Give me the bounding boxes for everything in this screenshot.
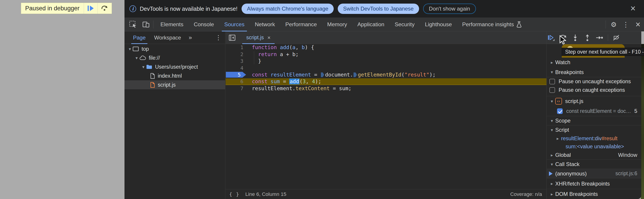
tab-security[interactable]: Security: [390, 17, 420, 31]
scope-var-sum[interactable]: sum: <value unavailable>: [547, 143, 641, 151]
code-token: getElementById: [358, 72, 401, 78]
line-number[interactable]: 6: [240, 78, 243, 84]
tree-expand-arrow[interactable]: ▾: [134, 55, 139, 61]
code-token: 3: [303, 78, 306, 84]
step-over-banner-button[interactable]: [97, 3, 112, 14]
toolbar-kebab-menu-button[interactable]: ⋮: [620, 21, 632, 28]
chevron-down-icon: ▾: [548, 162, 555, 167]
pause-uncaught-row[interactable]: Pause on uncaught exceptions: [547, 77, 641, 86]
tree-expand-arrow[interactable]: ▾: [141, 64, 146, 70]
file-navigator: Page Workspace » ⋮ ▾top▾file://▾Users/us…: [124, 31, 226, 199]
pretty-print-button[interactable]: { }: [229, 191, 240, 197]
mouse-cursor: [560, 35, 567, 45]
inline-position-marker[interactable]: [321, 72, 324, 77]
line-number[interactable]: 3: [240, 58, 243, 64]
step-button[interactable]: [596, 34, 603, 41]
tree-item-script-js[interactable]: script.js: [124, 80, 225, 89]
line-number[interactable]: 4: [240, 65, 243, 71]
line-gutter[interactable]: 2: [226, 51, 247, 58]
watch-section-header[interactable]: ▸ Watch: [547, 57, 641, 67]
hide-navigator-button[interactable]: [228, 34, 236, 41]
code-line-4[interactable]: 4: [226, 65, 546, 72]
tab-console[interactable]: Console: [188, 17, 219, 31]
navigator-more-tabs-button[interactable]: »: [189, 34, 192, 41]
current-frame-arrow-icon: [549, 171, 552, 176]
pause-uncaught-checkbox[interactable]: [550, 79, 555, 84]
dom-breakpoints-header[interactable]: ▸ DOM Breakpoints: [547, 189, 641, 199]
resume-button[interactable]: [547, 34, 555, 41]
tree-item-file-[interactable]: ▾file://: [124, 53, 225, 62]
xhr-breakpoints-header[interactable]: ▸ XHR/fetch Breakpoints: [547, 178, 641, 189]
code-line-2[interactable]: 2 return a + b;: [226, 51, 546, 58]
tree-expand-arrow[interactable]: ▾: [127, 46, 132, 52]
tab-network[interactable]: Network: [250, 17, 280, 31]
line-number[interactable]: 1: [240, 45, 243, 50]
chevron-right-icon: ▸: [554, 136, 561, 141]
callstack-section-header[interactable]: ▾ Call Stack: [547, 160, 641, 169]
breakpoints-label: Breakpoints: [555, 69, 584, 75]
scope-script-row[interactable]: ▾ Script: [547, 125, 641, 134]
step-into-button[interactable]: [572, 34, 579, 41]
breakpoint-checkbox[interactable]: [557, 108, 563, 114]
tab-performance-insights[interactable]: Performance insights: [457, 17, 527, 31]
breakpoint-snippet: const resultElement = doc…: [566, 108, 631, 114]
inline-position-marker[interactable]: [354, 72, 357, 77]
editor-statusbar: { } Line 6, Column 15 Coverage: n/a: [226, 189, 546, 199]
editor-tab-scriptjs[interactable]: script.js ×: [242, 31, 274, 44]
settings-gear-button[interactable]: ⚙: [608, 21, 620, 28]
navigator-tab-page[interactable]: Page: [133, 31, 146, 44]
dont-show-again-button[interactable]: Don't show again: [423, 3, 476, 14]
step-out-button[interactable]: [584, 34, 591, 41]
always-match-language-button[interactable]: Always match Chrome's language: [242, 3, 334, 14]
var-name: resultElement: [561, 136, 594, 142]
pause-caught-row[interactable]: Pause on caught exceptions: [547, 86, 641, 94]
navigator-kebab-menu-button[interactable]: ⋮: [215, 34, 222, 41]
inspect-element-button[interactable]: [128, 19, 138, 30]
line-gutter[interactable]: 4: [226, 65, 247, 72]
code-line-7[interactable]: 7resultElement.textContent = sum;: [226, 85, 546, 92]
line-gutter[interactable]: 5: [226, 71, 247, 78]
code-line-6[interactable]: 6const sum = add(3, 4);: [226, 78, 546, 85]
scope-section-header[interactable]: ▾ Scope: [547, 116, 641, 125]
code-token: =: [311, 72, 320, 78]
code-token: [268, 78, 270, 84]
tree-item-index-html[interactable]: index.html: [124, 71, 225, 80]
line-gutter[interactable]: 6: [226, 78, 247, 85]
code-area[interactable]: 1function add(a, b) {2 return a + b;3 }4…: [226, 44, 546, 189]
tree-item-top[interactable]: ▾top: [124, 44, 225, 53]
breakpoint-badge[interactable]: 5: [226, 72, 246, 78]
breakpoint-file-row[interactable]: ▾ ‹› script.js: [547, 96, 641, 106]
code-token: [252, 51, 258, 57]
device-toolbar-icon: [142, 20, 150, 28]
deactivate-breakpoints-button[interactable]: [612, 34, 620, 41]
notification-close-button[interactable]: ×: [628, 3, 638, 13]
tab-lighthouse[interactable]: Lighthouse: [420, 17, 457, 31]
switch-to-japanese-button[interactable]: Switch DevTools to Japanese: [338, 3, 419, 14]
callstack-frame-row[interactable]: (anonymous) script.js:6: [547, 169, 641, 178]
tree-item-users-user-project[interactable]: ▾Users/user/project: [124, 62, 225, 71]
navigator-tab-workspace[interactable]: Workspace: [154, 31, 181, 44]
device-toolbar-button[interactable]: [142, 19, 150, 30]
resume-script-button[interactable]: [84, 3, 97, 14]
line-gutter[interactable]: 7: [226, 85, 247, 92]
code-line-5[interactable]: 5const resultElement = document.getEleme…: [226, 71, 546, 78]
code-line-3[interactable]: 3 }: [226, 58, 546, 65]
editor-tab-close-icon[interactable]: ×: [268, 34, 270, 41]
pause-caught-checkbox[interactable]: [550, 87, 555, 93]
tab-sources[interactable]: Sources: [219, 17, 250, 31]
line-gutter[interactable]: 3: [226, 58, 247, 65]
line-gutter[interactable]: 1: [226, 44, 247, 51]
scope-global-row[interactable]: ▸ Global Window: [547, 151, 641, 160]
scope-var-resultelement[interactable]: ▸ resultElement: div#result: [547, 134, 641, 143]
breakpoint-entry-row[interactable]: const resultElement = doc… 5: [547, 106, 641, 116]
tab-application[interactable]: Application: [352, 17, 390, 31]
line-number[interactable]: 7: [240, 86, 243, 91]
line-number[interactable]: 2: [240, 51, 243, 57]
tab-memory[interactable]: Memory: [322, 17, 352, 31]
chevron-down-icon: ▾: [548, 118, 555, 123]
code-line-1[interactable]: 1function add(a, b) {: [226, 44, 546, 51]
devtools-close-button[interactable]: ×: [632, 20, 644, 29]
tab-elements[interactable]: Elements: [155, 17, 188, 31]
tab-performance[interactable]: Performance: [280, 17, 322, 31]
breakpoints-section-header[interactable]: ▾ Breakpoints: [547, 67, 641, 77]
